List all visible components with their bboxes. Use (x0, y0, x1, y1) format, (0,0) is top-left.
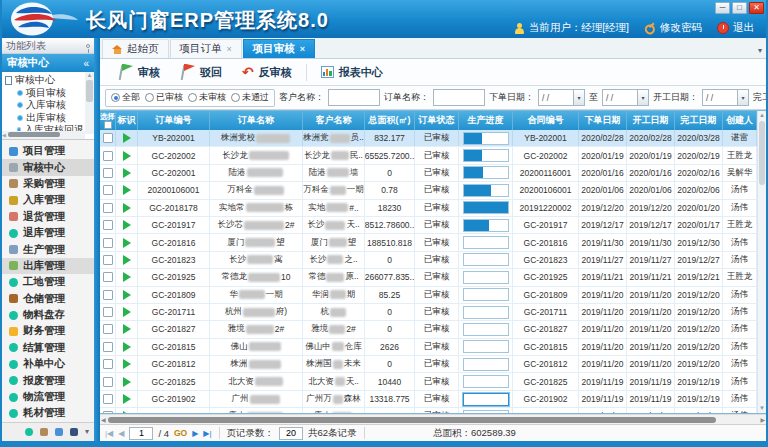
cell-select[interactable] (100, 373, 116, 389)
tree-vertical-scrollbar[interactable]: ▲ (85, 72, 94, 134)
sidebar-item-audit-center[interactable]: 审核中心 (2, 159, 94, 175)
table-row[interactable]: GC-201812株洲株洲国未来0已审核GC-2018122019/11/202… (100, 356, 766, 373)
order-date-from-picker[interactable]: / /▾ (538, 89, 585, 106)
page-size-input[interactable] (279, 427, 303, 440)
cell-select[interactable] (100, 287, 116, 303)
tree-item-project-audit[interactable]: 项目审核 (5, 86, 84, 99)
row-checkbox[interactable] (103, 203, 113, 213)
sidebar-item-inbound-mgmt[interactable]: 入库管理 (2, 192, 94, 208)
table-row[interactable]: GC-2018178实地常栋实地#..18230已审核2019122000220… (100, 200, 766, 217)
tree-hscroll-thumb[interactable] (8, 132, 60, 137)
close-icon[interactable]: × (300, 44, 305, 54)
cell-select[interactable] (100, 234, 116, 250)
report-icon[interactable] (70, 428, 78, 436)
table-row[interactable]: GC-201823长沙寓长沙之..0已审核GC-2018232019/11/27… (100, 252, 766, 269)
row-checkbox[interactable] (103, 307, 113, 317)
sidebar-item-finance-mgmt[interactable]: 财务管理 (2, 323, 94, 339)
select-all-checkbox[interactable] (104, 121, 112, 129)
column-header-6[interactable]: 订单状态 (415, 111, 459, 130)
table-row[interactable]: GC-201815佛山佛山中仓库2626已审核GC-2018152019/11/… (100, 339, 766, 356)
row-checkbox[interactable] (103, 324, 113, 334)
row-checkbox[interactable] (103, 133, 113, 143)
row-checkbox[interactable] (103, 151, 113, 161)
tab-project-orders[interactable]: 项目订单× (170, 39, 242, 58)
scroll-left-icon[interactable]: ◀ (2, 132, 6, 138)
column-header-9[interactable]: 下单日期 (579, 111, 627, 130)
row-checkbox[interactable] (103, 342, 113, 352)
row-checkbox[interactable] (103, 255, 113, 265)
table-row[interactable]: GC-201816厦门望厦门望188510.818已审核GC-201816201… (100, 234, 766, 251)
first-page-button[interactable]: |◀ (105, 429, 113, 438)
sidebar-item-return-goods-mgmt[interactable]: 退货管理 (2, 209, 94, 225)
minimize-button[interactable]: ─ (715, 2, 730, 14)
cell-select[interactable] (100, 252, 116, 268)
sidebar-item-project-mgmt[interactable]: 项目管理 (2, 143, 94, 159)
column-header-3[interactable]: 订单名称 (210, 111, 303, 130)
sidebar-item-production-mgmt[interactable]: 生产管理 (2, 241, 94, 257)
radio-failed[interactable]: 未通过 (231, 91, 269, 104)
sidebar-item-logistics-mgmt[interactable]: 物流管理 (2, 389, 94, 405)
table-hscroll-thumb[interactable] (108, 417, 716, 423)
cell-select[interactable] (100, 182, 116, 198)
reject-button[interactable]: 驳回 (170, 64, 232, 81)
tab-list-chevron-icon[interactable]: ▾ (758, 46, 762, 55)
table-row[interactable]: GC-201825北大资北大资天..10440已审核GC-2018252019/… (100, 373, 766, 390)
close-icon[interactable]: × (227, 44, 232, 54)
tree-vscroll-thumb[interactable] (86, 80, 93, 102)
table-row[interactable]: GC-201917长沙芯2#长沙天..8512.78600..已审核GC-201… (100, 217, 766, 234)
last-page-button[interactable]: ▶| (203, 429, 211, 438)
row-checkbox[interactable] (103, 411, 113, 413)
table-vscroll-thumb[interactable] (759, 121, 765, 185)
table-row[interactable]: GC-201905唐山唐山0已审核GC-2019052019/11/182019… (100, 408, 766, 413)
table-row[interactable]: GC-201902广州广州万森林13318.775已审核GC-201902201… (100, 391, 766, 408)
next-page-button[interactable]: ▶ (192, 429, 198, 438)
scroll-up-icon[interactable]: ▲ (87, 72, 93, 78)
table-horizontal-scrollbar[interactable]: ◀ ▶ (100, 414, 766, 424)
sidebar-item-consumables-mgmt[interactable]: 耗材管理 (2, 405, 94, 421)
table-row[interactable]: 20200106001万科金万科金一期0.78已审核20200106001202… (100, 182, 766, 199)
column-header-0[interactable]: 选择 (100, 111, 116, 130)
radio-all[interactable]: 全部 (111, 91, 140, 104)
table-row[interactable]: GC-201827雅境2#雅境2#0已审核GC-2018272019/11/20… (100, 321, 766, 338)
unaudit-button[interactable]: ↶反审核 (232, 65, 302, 80)
cell-select[interactable] (100, 200, 116, 216)
go-button[interactable]: GO (174, 428, 187, 438)
sidebar-item-material-inventory[interactable]: 物料盘存 (2, 307, 94, 323)
row-checkbox[interactable] (103, 377, 113, 387)
sidebar-item-purchase-mgmt[interactable]: 采购管理 (2, 176, 94, 192)
scroll-right-icon[interactable]: ▶ (760, 416, 765, 423)
sidebar-item-warehouse-mgmt[interactable]: 仓储管理 (2, 291, 94, 307)
tab-project-audit[interactable]: 项目审核× (243, 39, 315, 58)
cell-select[interactable] (100, 408, 116, 413)
table-row[interactable]: YB-202001株洲党校株洲党员..832.177已审核YB-20200120… (100, 130, 766, 147)
cell-select[interactable] (100, 339, 116, 355)
column-header-10[interactable]: 开工日期 (627, 111, 675, 130)
cell-select[interactable] (100, 356, 116, 372)
sidebar-item-site-mgmt[interactable]: 工地管理 (2, 274, 94, 290)
tree-item-outbound-audit[interactable]: 出库审核 (5, 111, 84, 124)
radio-unaudited[interactable]: 未审核 (188, 91, 226, 104)
start-date-picker[interactable]: / /▾ (702, 89, 749, 106)
cell-select[interactable] (100, 217, 116, 233)
cell-select[interactable] (100, 165, 116, 181)
sidebar-item-supplement-center[interactable]: 补单中心 (2, 356, 94, 372)
row-checkbox[interactable] (103, 220, 113, 230)
column-header-4[interactable]: 客户名称 (303, 111, 365, 130)
row-checkbox[interactable] (103, 359, 113, 369)
sidebar-item-scrap-mgmt[interactable]: 报废管理 (2, 372, 94, 388)
tab-start-page[interactable]: 起始页 (102, 39, 169, 58)
row-checkbox[interactable] (103, 290, 113, 300)
column-header-8[interactable]: 合同编号 (513, 111, 579, 130)
scroll-down-icon[interactable]: ▼ (759, 404, 765, 413)
cell-select[interactable] (100, 321, 116, 337)
row-checkbox[interactable] (103, 238, 113, 248)
cell-select[interactable] (100, 304, 116, 320)
column-header-5[interactable]: 总面积(㎡) (365, 111, 415, 130)
scroll-left-icon[interactable]: ◀ (101, 416, 106, 423)
row-checkbox[interactable] (103, 394, 113, 404)
row-checkbox[interactable] (103, 168, 113, 178)
sidebar-item-return-stock-mgmt[interactable]: 退库管理 (2, 225, 94, 241)
cell-select[interactable] (100, 130, 116, 146)
overflow-chevron-icon[interactable]: ▾ (85, 427, 89, 436)
column-header-12[interactable]: 创建人 (723, 111, 757, 130)
